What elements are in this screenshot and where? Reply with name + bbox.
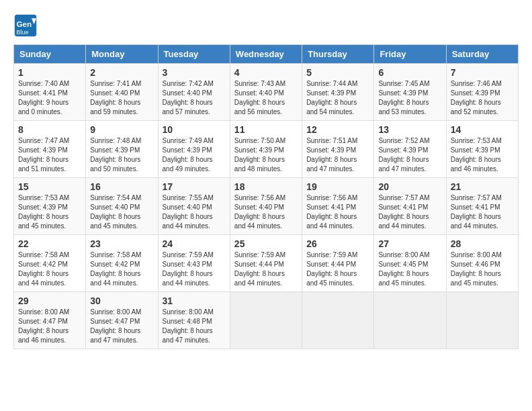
day-number: 30 <box>90 295 153 306</box>
day-number: 25 <box>234 238 298 249</box>
day-number: 9 <box>90 124 153 135</box>
day-number: 27 <box>378 238 441 249</box>
svg-text:Blue: Blue <box>17 29 29 36</box>
day-number: 8 <box>18 124 81 135</box>
day-cell: 30Sunrise: 8:00 AM Sunset: 4:47 PM Dayli… <box>86 292 158 349</box>
day-info: Sunrise: 7:59 AM Sunset: 4:44 PM Dayligh… <box>306 250 369 288</box>
week-row-5: 29Sunrise: 8:00 AM Sunset: 4:47 PM Dayli… <box>14 292 519 349</box>
week-row-1: 1Sunrise: 7:40 AM Sunset: 4:41 PM Daylig… <box>14 64 519 121</box>
day-info: Sunrise: 7:56 AM Sunset: 4:40 PM Dayligh… <box>234 193 298 231</box>
day-number: 21 <box>451 181 514 192</box>
header-thursday: Thursday <box>302 45 374 64</box>
day-number: 31 <box>163 295 226 306</box>
week-row-3: 15Sunrise: 7:53 AM Sunset: 4:39 PM Dayli… <box>14 178 519 235</box>
day-number: 17 <box>163 181 226 192</box>
day-cell: 16Sunrise: 7:54 AM Sunset: 4:40 PM Dayli… <box>86 178 158 235</box>
day-info: Sunrise: 7:57 AM Sunset: 4:41 PM Dayligh… <box>378 193 441 231</box>
day-number: 4 <box>234 67 298 78</box>
day-cell: 20Sunrise: 7:57 AM Sunset: 4:41 PM Dayli… <box>374 178 446 235</box>
day-cell: 9Sunrise: 7:48 AM Sunset: 4:39 PM Daylig… <box>86 121 158 178</box>
day-number: 29 <box>18 295 81 306</box>
calendar-body: 1Sunrise: 7:40 AM Sunset: 4:41 PM Daylig… <box>14 64 519 349</box>
day-cell: 1Sunrise: 7:40 AM Sunset: 4:41 PM Daylig… <box>14 64 86 121</box>
week-row-4: 22Sunrise: 7:58 AM Sunset: 4:42 PM Dayli… <box>14 235 519 292</box>
day-info: Sunrise: 8:00 AM Sunset: 4:46 PM Dayligh… <box>451 250 514 288</box>
day-info: Sunrise: 7:41 AM Sunset: 4:40 PM Dayligh… <box>90 79 153 117</box>
day-number: 16 <box>90 181 153 192</box>
day-info: Sunrise: 7:58 AM Sunset: 4:42 PM Dayligh… <box>18 250 81 288</box>
day-info: Sunrise: 7:57 AM Sunset: 4:41 PM Dayligh… <box>451 193 514 231</box>
day-cell <box>374 292 446 349</box>
day-cell: 19Sunrise: 7:56 AM Sunset: 4:41 PM Dayli… <box>302 178 374 235</box>
day-cell: 25Sunrise: 7:59 AM Sunset: 4:44 PM Dayli… <box>230 235 302 292</box>
day-cell: 28Sunrise: 8:00 AM Sunset: 4:46 PM Dayli… <box>446 235 518 292</box>
day-info: Sunrise: 7:50 AM Sunset: 4:39 PM Dayligh… <box>234 136 298 174</box>
day-cell: 24Sunrise: 7:59 AM Sunset: 4:43 PM Dayli… <box>158 235 230 292</box>
day-cell: 21Sunrise: 7:57 AM Sunset: 4:41 PM Dayli… <box>446 178 518 235</box>
day-info: Sunrise: 7:55 AM Sunset: 4:40 PM Dayligh… <box>163 193 226 231</box>
day-info: Sunrise: 7:42 AM Sunset: 4:40 PM Dayligh… <box>163 79 226 117</box>
day-cell: 12Sunrise: 7:51 AM Sunset: 4:39 PM Dayli… <box>302 121 374 178</box>
day-info: Sunrise: 7:59 AM Sunset: 4:44 PM Dayligh… <box>234 250 298 288</box>
day-cell: 10Sunrise: 7:49 AM Sunset: 4:39 PM Dayli… <box>158 121 230 178</box>
day-info: Sunrise: 7:56 AM Sunset: 4:41 PM Dayligh… <box>306 193 369 231</box>
day-info: Sunrise: 7:47 AM Sunset: 4:39 PM Dayligh… <box>18 136 81 174</box>
day-number: 10 <box>163 124 226 135</box>
logo: Gen Blue <box>13 13 42 38</box>
day-number: 12 <box>306 124 369 135</box>
day-number: 18 <box>234 181 298 192</box>
day-info: Sunrise: 7:45 AM Sunset: 4:39 PM Dayligh… <box>378 79 441 117</box>
day-number: 15 <box>18 181 81 192</box>
day-number: 14 <box>451 124 514 135</box>
calendar-header: SundayMondayTuesdayWednesdayThursdayFrid… <box>14 45 519 64</box>
day-info: Sunrise: 8:00 AM Sunset: 4:48 PM Dayligh… <box>163 308 226 345</box>
day-number: 11 <box>234 124 298 135</box>
day-cell <box>446 292 518 349</box>
day-number: 28 <box>451 238 514 249</box>
day-info: Sunrise: 8:00 AM Sunset: 4:47 PM Dayligh… <box>18 308 81 345</box>
header-saturday: Saturday <box>446 45 518 64</box>
day-info: Sunrise: 7:49 AM Sunset: 4:39 PM Dayligh… <box>163 136 226 174</box>
day-info: Sunrise: 8:00 AM Sunset: 4:45 PM Dayligh… <box>378 250 441 288</box>
day-info: Sunrise: 7:53 AM Sunset: 4:39 PM Dayligh… <box>18 193 81 231</box>
day-number: 20 <box>378 181 441 192</box>
day-cell: 5Sunrise: 7:44 AM Sunset: 4:39 PM Daylig… <box>302 64 374 121</box>
day-info: Sunrise: 7:43 AM Sunset: 4:40 PM Dayligh… <box>234 79 298 117</box>
day-number: 1 <box>18 67 81 78</box>
week-row-2: 8Sunrise: 7:47 AM Sunset: 4:39 PM Daylig… <box>14 121 519 178</box>
svg-text:Gen: Gen <box>17 19 32 28</box>
day-cell: 17Sunrise: 7:55 AM Sunset: 4:40 PM Dayli… <box>158 178 230 235</box>
day-cell: 6Sunrise: 7:45 AM Sunset: 4:39 PM Daylig… <box>374 64 446 121</box>
header-monday: Monday <box>86 45 158 64</box>
header-wednesday: Wednesday <box>230 45 302 64</box>
day-info: Sunrise: 7:48 AM Sunset: 4:39 PM Dayligh… <box>90 136 153 174</box>
day-number: 13 <box>378 124 441 135</box>
day-number: 7 <box>451 67 514 78</box>
day-cell: 13Sunrise: 7:52 AM Sunset: 4:39 PM Dayli… <box>374 121 446 178</box>
day-cell: 15Sunrise: 7:53 AM Sunset: 4:39 PM Dayli… <box>14 178 86 235</box>
day-number: 6 <box>378 67 441 78</box>
day-cell: 4Sunrise: 7:43 AM Sunset: 4:40 PM Daylig… <box>230 64 302 121</box>
day-cell: 27Sunrise: 8:00 AM Sunset: 4:45 PM Dayli… <box>374 235 446 292</box>
day-cell: 8Sunrise: 7:47 AM Sunset: 4:39 PM Daylig… <box>14 121 86 178</box>
day-cell: 11Sunrise: 7:50 AM Sunset: 4:39 PM Dayli… <box>230 121 302 178</box>
day-cell: 26Sunrise: 7:59 AM Sunset: 4:44 PM Dayli… <box>302 235 374 292</box>
day-cell: 22Sunrise: 7:58 AM Sunset: 4:42 PM Dayli… <box>14 235 86 292</box>
day-number: 2 <box>90 67 153 78</box>
day-info: Sunrise: 7:59 AM Sunset: 4:43 PM Dayligh… <box>163 250 226 288</box>
header-row: SundayMondayTuesdayWednesdayThursdayFrid… <box>14 45 519 64</box>
day-number: 23 <box>90 238 153 249</box>
day-cell <box>302 292 374 349</box>
day-number: 26 <box>306 238 369 249</box>
calendar-table: SundayMondayTuesdayWednesdayThursdayFrid… <box>13 44 519 349</box>
day-info: Sunrise: 8:00 AM Sunset: 4:47 PM Dayligh… <box>90 308 153 345</box>
day-cell: 18Sunrise: 7:56 AM Sunset: 4:40 PM Dayli… <box>230 178 302 235</box>
day-info: Sunrise: 7:51 AM Sunset: 4:39 PM Dayligh… <box>306 136 369 174</box>
day-info: Sunrise: 7:53 AM Sunset: 4:39 PM Dayligh… <box>451 136 514 174</box>
day-info: Sunrise: 7:52 AM Sunset: 4:39 PM Dayligh… <box>378 136 441 174</box>
day-cell: 29Sunrise: 8:00 AM Sunset: 4:47 PM Dayli… <box>14 292 86 349</box>
day-number: 19 <box>306 181 369 192</box>
day-cell: 3Sunrise: 7:42 AM Sunset: 4:40 PM Daylig… <box>158 64 230 121</box>
day-info: Sunrise: 7:54 AM Sunset: 4:40 PM Dayligh… <box>90 193 153 231</box>
page-header: Gen Blue <box>13 13 519 38</box>
